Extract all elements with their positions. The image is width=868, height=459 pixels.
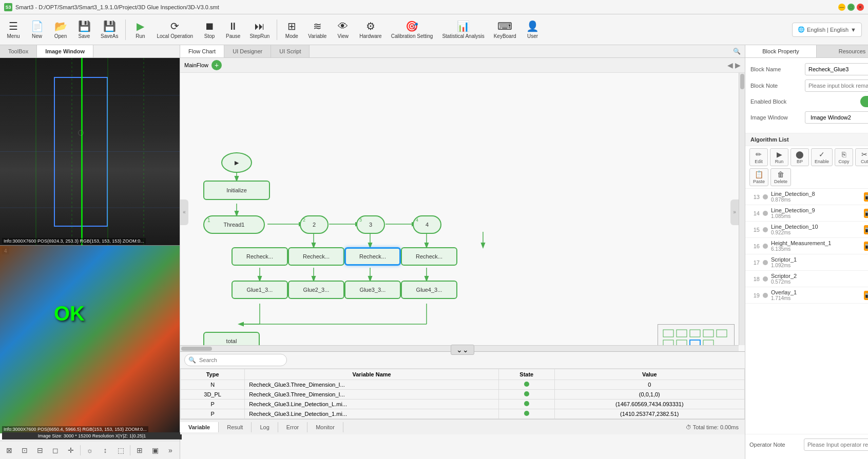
local-op-button[interactable]: ⟳ Local Operation	[152, 16, 197, 43]
img-tb-zoom-out[interactable]: ⊟	[33, 443, 47, 457]
tab-block-property[interactable]: Block Property	[745, 45, 817, 57]
algo-btn-paste[interactable]: 📋 Paste	[749, 168, 768, 186]
flow-node-glue1[interactable]: Glue1_3...	[232, 281, 288, 299]
img-tb-info[interactable]: ▣	[148, 443, 162, 457]
save-button[interactable]: 💾 Save	[73, 16, 95, 43]
flow-node-recheck3[interactable]: Recheck...	[344, 247, 401, 266]
algo-status-dot	[763, 211, 768, 216]
algo-btn-bp[interactable]: ⬤ BP	[790, 148, 809, 166]
img-tb-pan[interactable]: ◻	[48, 443, 63, 457]
flow-search-icon[interactable]: 🔍	[729, 46, 745, 57]
pause-icon: ⏸	[228, 21, 238, 32]
tab-resources[interactable]: Resources	[817, 45, 868, 57]
bottom-tab-result[interactable]: Result	[219, 422, 252, 432]
flow-canvas[interactable]: ▶ Initialize 1 Thread1 2	[180, 73, 745, 351]
user-button[interactable]: 👤 User	[522, 16, 544, 43]
bottom-tab-error[interactable]: Error	[278, 422, 307, 432]
flow-node-glue3[interactable]: Glue3_3...	[344, 281, 401, 299]
keyboard-icon: ⌨	[497, 20, 512, 32]
img-tb-measure[interactable]: ⬚	[113, 443, 128, 457]
saveas-button[interactable]: 💾 SaveAs	[97, 16, 122, 43]
flow-node-start[interactable]: ▶	[221, 152, 252, 173]
algorithm-item[interactable]: 19 Overlay_1 1.714ms 📷 OK	[745, 287, 868, 304]
algo-btn-copy[interactable]: ⎘ Copy	[835, 148, 853, 166]
algorithm-item[interactable]: 17 Scriptor_1 1.092ms OK	[745, 254, 868, 271]
left-collapse-handle[interactable]: «	[180, 199, 188, 225]
enabled-block-toggle[interactable]	[860, 96, 868, 107]
variable-button[interactable]: ≋ Variable	[304, 16, 331, 43]
algorithm-item[interactable]: 14 Line_Detection_9 1.085ms 📷 OK	[745, 205, 868, 222]
bottom-tab-monitor[interactable]: Monitor	[307, 422, 343, 432]
keyboard-button[interactable]: ⌨ KeyBoard	[490, 16, 520, 43]
flow-node-glue2[interactable]: Glue2_3...	[288, 281, 344, 299]
mode-button[interactable]: ⊞ Mode	[280, 16, 303, 43]
bottom-tab-variable[interactable]: Variable	[180, 422, 219, 432]
flow-node-recheck1[interactable]: Recheck...	[232, 247, 288, 266]
algo-photo-btn[interactable]: 📷	[864, 291, 868, 300]
minimize-button[interactable]: —	[838, 4, 845, 11]
tab-ui-designer[interactable]: UI Designer	[224, 45, 271, 57]
menu-button[interactable]: ☰ Menu	[2, 16, 25, 43]
maximize-button[interactable]: □	[847, 4, 855, 11]
algorithm-item[interactable]: 18 Scriptor_2 0.572ms OK	[745, 271, 868, 287]
steprun-button[interactable]: ⏭ StepRun	[245, 16, 274, 43]
pause-button[interactable]: ⏸ Pause	[222, 16, 244, 43]
variable-search-input[interactable]	[184, 354, 287, 366]
img-tb-zoom-rect[interactable]: ⊡	[17, 443, 32, 457]
algorithm-item[interactable]: 13 Line_Detection_8 0.878ms 📷 OK	[745, 189, 868, 205]
language-selector[interactable]: 🌐 English | English ▼	[792, 23, 862, 37]
open-button[interactable]: 📂 Open	[49, 16, 72, 43]
steprun-icon: ⏭	[255, 21, 265, 32]
image-window-select[interactable]: Image Window2 Image Window1 Image Window…	[805, 111, 868, 124]
tab-flow-chart[interactable]: Flow Chart	[180, 45, 224, 57]
close-button[interactable]: ✕	[857, 4, 864, 11]
tab-image-window[interactable]: Image Window	[37, 45, 93, 57]
algorithm-item[interactable]: 16 Height_Measurement_1 6.135ms 📷 OK	[745, 238, 868, 254]
flow-node-3[interactable]: 3 3	[356, 215, 385, 234]
img-tb-crosshair[interactable]: ✛	[64, 443, 78, 457]
tab-toolbox[interactable]: ToolBox	[0, 45, 37, 57]
flow-scrollbar-v[interactable]	[739, 73, 745, 345]
block-name-input[interactable]	[805, 63, 868, 75]
algo-photo-btn[interactable]: 📷	[864, 225, 868, 234]
flow-node-2[interactable]: 2 2	[300, 215, 329, 234]
block-note-input[interactable]	[805, 79, 868, 92]
algo-photo-btn[interactable]: 📷	[864, 242, 868, 251]
thread1-num: 1	[207, 217, 210, 223]
calibration-button[interactable]: 🎯 Calibration Setting	[387, 16, 437, 43]
hardware-button[interactable]: ⚙ Hardware	[355, 16, 385, 43]
operator-note-input[interactable]	[804, 438, 868, 451]
new-button[interactable]: 📄 New	[26, 16, 48, 43]
flow-node-thread1[interactable]: 1 Thread1	[203, 215, 265, 234]
tab-ui-script[interactable]: UI Script	[271, 45, 310, 57]
img-tb-brightness[interactable]: ☼	[83, 443, 97, 457]
algo-btn-delete[interactable]: 🗑 Delete	[770, 168, 791, 186]
view-button[interactable]: 👁 View	[332, 16, 354, 43]
flow-nav-next[interactable]: ▶	[735, 61, 741, 69]
flow-add-button[interactable]: +	[211, 60, 222, 70]
img-tb-rotate[interactable]: ↕	[98, 443, 112, 457]
algo-photo-btn[interactable]: 📷	[864, 192, 868, 202]
img-tb-more[interactable]: »	[163, 443, 178, 457]
right-collapse-handle[interactable]: »	[730, 199, 739, 225]
flow-node-recheck4[interactable]: Recheck...	[401, 247, 457, 266]
cell-name: Recheck_Glue3.Three_Dimension_I...	[245, 380, 499, 390]
algo-photo-btn[interactable]: 📷	[864, 209, 868, 218]
algo-btn-edit[interactable]: ✏ Edit	[749, 148, 768, 166]
algo-btn-enable[interactable]: ✓ Enable	[811, 148, 833, 166]
img-tb-grid[interactable]: ⊞	[132, 443, 147, 457]
stop-button[interactable]: ⏹ Stop	[198, 16, 221, 43]
var-expand-btn[interactable]: ⌄⌄	[451, 345, 474, 355]
statistical-button[interactable]: 📊 Statistical Analysis	[438, 16, 488, 43]
flow-node-glue4[interactable]: Glue4_3...	[401, 281, 457, 299]
algo-btn-cut[interactable]: ✂ Cut	[855, 148, 868, 166]
flow-node-recheck2[interactable]: Recheck...	[288, 247, 344, 266]
flow-node-4[interactable]: 4 4	[413, 215, 441, 234]
algorithm-item[interactable]: 15 Line_Detection_10 0.922ms 📷 OK	[745, 222, 868, 238]
algo-btn-run[interactable]: ▶ Run	[770, 148, 788, 166]
flow-node-initialize[interactable]: Initialize	[203, 181, 270, 200]
bottom-tab-log[interactable]: Log	[252, 422, 278, 432]
flow-nav-prev[interactable]: ◀	[727, 61, 733, 69]
run-button[interactable]: ▶ Run	[129, 16, 151, 43]
img-tb-select[interactable]: ⊠	[2, 443, 16, 457]
